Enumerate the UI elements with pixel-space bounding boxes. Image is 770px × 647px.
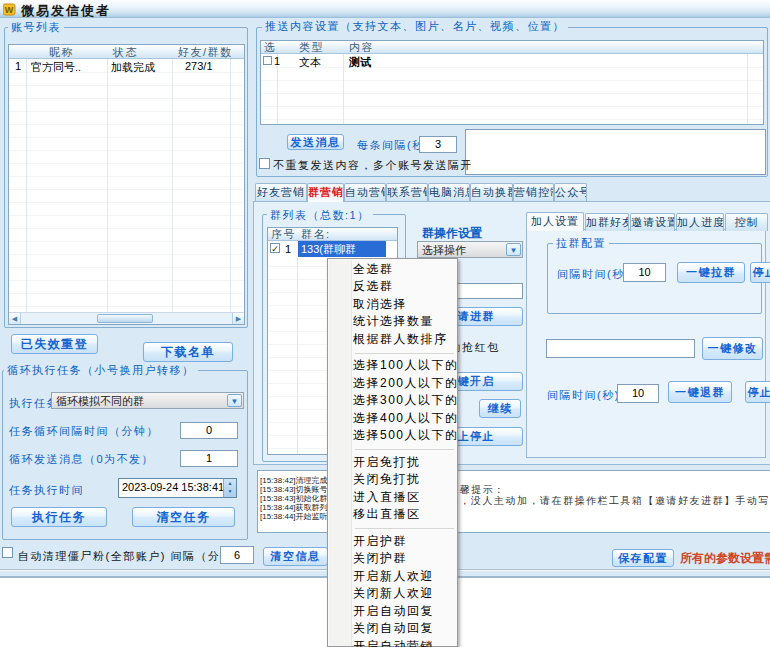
svg-text:W: W: [5, 5, 14, 15]
